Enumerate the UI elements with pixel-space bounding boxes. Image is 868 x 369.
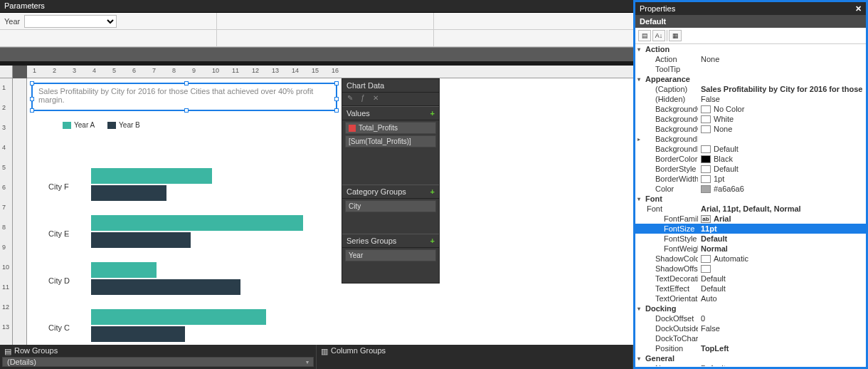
chartdata-fx-icon[interactable]: ƒ	[358, 94, 368, 104]
property-value[interactable]: Sales Profitability by City for 2016 for…	[698, 85, 864, 93]
param-cell-empty[interactable]	[434, 30, 651, 47]
add-category-button[interactable]: +	[430, 187, 435, 196]
property-value[interactable]: Automatic	[698, 254, 864, 263]
property-value[interactable]: Default	[698, 165, 864, 173]
series-field-item[interactable]: Year	[345, 249, 436, 261]
property-row[interactable]: TextEffectDefault	[635, 284, 866, 293]
property-row[interactable]: TextDecorationDefault	[635, 274, 866, 284]
property-row[interactable]: (Hidden)False	[635, 94, 866, 104]
property-category[interactable]: Appearance	[635, 74, 866, 84]
property-row[interactable]: ActionNone	[635, 54, 866, 64]
property-value[interactable]: Arial, 11pt, Default, Normal	[698, 204, 864, 213]
property-row[interactable]: ▸BackgroundImage	[635, 134, 866, 144]
property-row[interactable]: ToolTip	[635, 64, 866, 74]
property-row[interactable]: PositionTopLeft	[635, 343, 866, 353]
property-value[interactable]: 1pt	[698, 175, 864, 183]
property-value[interactable]: False	[698, 95, 864, 103]
property-row[interactable]: DockToChartArea	[635, 333, 866, 343]
property-value[interactable]: Default	[698, 284, 864, 293]
resize-handle[interactable]	[334, 81, 339, 85]
property-row[interactable]: ShadowColorAutomatic	[635, 254, 866, 264]
bar[interactable]	[91, 185, 166, 201]
property-row[interactable]: BorderWidth1pt	[635, 174, 866, 184]
param-cell-empty[interactable]	[217, 30, 434, 47]
property-value[interactable]: Default	[698, 274, 864, 283]
chevron-down-icon[interactable]: ▾	[306, 359, 309, 365]
value-field-item[interactable]: Total_Profits	[345, 122, 436, 134]
resize-handle[interactable]	[30, 97, 34, 101]
chart-bars[interactable]: City FCity ECity DCity C	[41, 164, 312, 345]
property-row[interactable]: BackgroundPatternTypeDefault	[635, 144, 866, 154]
property-category[interactable]: Docking	[635, 303, 866, 313]
property-value[interactable]: Normal	[698, 244, 864, 253]
resize-handle[interactable]	[184, 108, 189, 113]
property-value[interactable]: 0	[698, 314, 864, 323]
font-picker-icon[interactable]: ab	[701, 215, 711, 223]
chart-legend[interactable]: Year A Year B	[63, 121, 140, 129]
resize-handle[interactable]	[184, 81, 189, 85]
property-category[interactable]: Font	[635, 194, 866, 204]
property-value[interactable]: None	[698, 125, 864, 133]
property-row[interactable]: DockOutsideChartAreaFalse	[635, 323, 866, 333]
property-row[interactable]: FontSize11pt	[635, 224, 866, 234]
chartdata-panel[interactable]: Chart Data ✎ ƒ ✕ Values + Total_Profits …	[342, 78, 440, 284]
property-row[interactable]: BorderColorBlack	[635, 154, 866, 164]
resize-handle[interactable]	[30, 81, 34, 85]
bar[interactable]	[91, 262, 157, 278]
add-series-button[interactable]: +	[430, 237, 435, 245]
chartdata-delete-icon[interactable]: ✕	[371, 94, 381, 104]
property-row[interactable]: BorderStyleDefault	[635, 164, 866, 174]
bar[interactable]	[91, 168, 212, 184]
property-value[interactable]: 11pt	[698, 224, 864, 233]
chartdata-edit-icon[interactable]: ✎	[345, 94, 355, 104]
property-value[interactable]	[698, 265, 864, 273]
property-value[interactable]: abArial	[698, 214, 864, 223]
param-cell-empty[interactable]	[434, 13, 651, 30]
property-row[interactable]: FontWeightNormal	[635, 244, 866, 254]
property-row[interactable]: BackgroundGradientEndColorWhite	[635, 114, 866, 124]
bar[interactable]	[91, 326, 185, 342]
property-row[interactable]: (Caption)Sales Profitability by City for…	[635, 84, 866, 94]
details-group-field[interactable]: (Details)▾	[2, 357, 314, 367]
bar[interactable]	[91, 232, 191, 248]
value-expr-item[interactable]: [Sum(Total_Profits)]	[345, 135, 436, 147]
property-value[interactable]: White	[698, 115, 864, 123]
param-cell-empty[interactable]	[217, 13, 434, 30]
category-field-item[interactable]: City	[345, 200, 436, 212]
property-value[interactable]: Default	[698, 234, 864, 243]
property-row[interactable]: NameDefault	[635, 363, 866, 366]
property-value[interactable]: No Color	[698, 105, 864, 113]
property-category[interactable]: General	[635, 353, 866, 363]
property-value[interactable]: False	[698, 324, 864, 333]
report-canvas[interactable]: Sales Profitability by City for 2016 for…	[27, 78, 633, 345]
param-cell[interactable]: Year	[0, 13, 217, 30]
property-value[interactable]: Black	[698, 155, 864, 163]
property-value[interactable]: Default	[698, 364, 864, 366]
property-value[interactable]: #a6a6a6	[698, 184, 864, 193]
resize-handle[interactable]	[30, 108, 34, 113]
property-row[interactable]: BackgroundGradientTypeNone	[635, 124, 866, 134]
resize-handle[interactable]	[334, 97, 339, 101]
categorize-icon[interactable]: ▤	[638, 30, 651, 41]
property-row[interactable]: ShadowOffset	[635, 264, 866, 274]
bar[interactable]	[91, 279, 240, 295]
property-row[interactable]: FontArial, 11pt, Default, Normal	[635, 204, 866, 214]
param-select-year[interactable]	[24, 15, 117, 28]
bar[interactable]	[91, 215, 303, 231]
property-row[interactable]: BackgroundColorNo Color	[635, 104, 866, 114]
close-icon[interactable]: ✕	[855, 4, 862, 14]
property-row[interactable]: TextOrientationAuto	[635, 293, 866, 303]
resize-handle[interactable]	[334, 108, 339, 113]
sort-az-icon[interactable]: A↓	[652, 30, 665, 41]
add-value-button[interactable]: +	[430, 109, 435, 118]
property-value[interactable]: Default	[698, 145, 864, 153]
property-pages-icon[interactable]: ▦	[669, 30, 682, 41]
chart-title[interactable]: Sales Profitability by City for 2016 for…	[31, 83, 337, 111]
property-row[interactable]: FontFamilyabArial	[635, 214, 866, 224]
property-value[interactable]: Auto	[698, 294, 864, 303]
properties-grid[interactable]: ActionActionNoneToolTipAppearance(Captio…	[635, 44, 866, 366]
property-value[interactable]: TopLeft	[698, 344, 864, 353]
property-value[interactable]: None	[698, 55, 864, 63]
property-row[interactable]: FontStyleDefault	[635, 234, 866, 244]
param-cell-empty[interactable]	[0, 30, 217, 47]
